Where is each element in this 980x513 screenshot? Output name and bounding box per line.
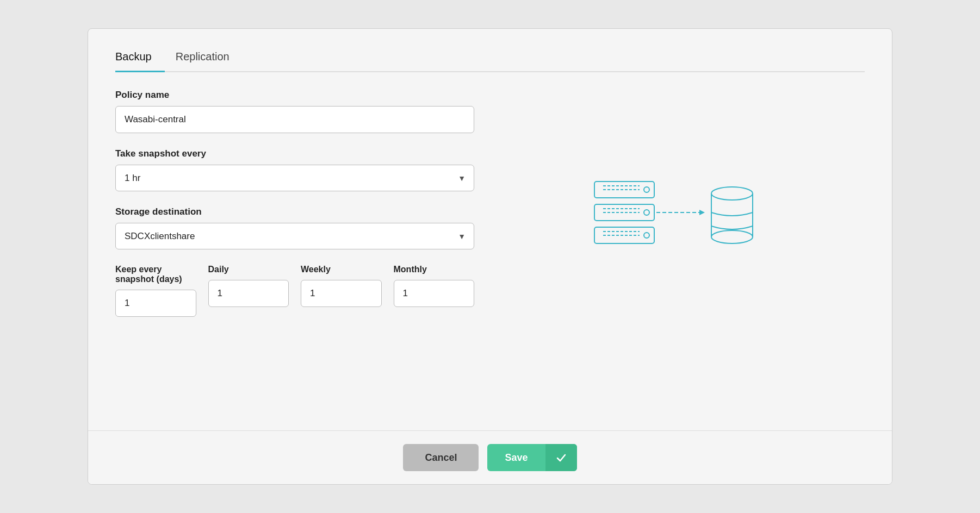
tab-bar: Backup Replication: [115, 45, 865, 72]
retention-weekly-label: Weekly: [301, 265, 382, 274]
retention-group: Keep every snapshot (days) Daily Weekly: [115, 265, 474, 317]
modal-container: Backup Replication Policy name Take snap…: [88, 28, 892, 485]
policy-name-group: Policy name: [115, 90, 474, 133]
modal-body: Backup Replication Policy name Take snap…: [88, 29, 892, 430]
retention-monthly-input[interactable]: [394, 280, 475, 307]
storage-select[interactable]: SDCXclientshare: [115, 223, 474, 249]
retention-every-col: Keep every snapshot (days): [115, 265, 196, 317]
replication-diagram: [593, 177, 778, 264]
cancel-button[interactable]: Cancel: [403, 444, 479, 471]
retention-weekly-input[interactable]: [301, 280, 382, 307]
svg-point-18: [711, 230, 753, 243]
db-illustration: [593, 177, 778, 266]
form-section: Policy name Take snapshot every 1 hr 2 h…: [115, 90, 865, 332]
checkmark-icon: [555, 452, 567, 464]
form-right: [507, 90, 865, 332]
form-left: Policy name Take snapshot every 1 hr 2 h…: [115, 90, 474, 332]
retention-daily-col: Daily: [208, 265, 289, 317]
svg-point-14: [711, 187, 753, 200]
svg-point-11: [644, 233, 649, 238]
retention-row: Keep every snapshot (days) Daily Weekly: [115, 265, 474, 317]
tab-backup[interactable]: Backup: [115, 45, 165, 72]
retention-monthly-col: Monthly: [394, 265, 475, 317]
snapshot-select-wrapper: 1 hr 2 hr 4 hr 8 hr 12 hr 24 hr ▼: [115, 165, 474, 191]
save-button-label: Save: [487, 445, 545, 471]
policy-name-label: Policy name: [115, 90, 474, 101]
svg-point-3: [644, 187, 649, 192]
storage-group: Storage destination SDCXclientshare ▼: [115, 207, 474, 249]
policy-name-input[interactable]: [115, 106, 474, 133]
snapshot-group: Take snapshot every 1 hr 2 hr 4 hr 8 hr …: [115, 148, 474, 191]
tab-replication[interactable]: Replication: [176, 45, 243, 72]
retention-weekly-col: Weekly: [301, 265, 382, 317]
retention-monthly-label: Monthly: [394, 265, 475, 274]
svg-marker-13: [699, 210, 705, 215]
save-check-icon: [545, 444, 577, 471]
storage-select-wrapper: SDCXclientshare ▼: [115, 223, 474, 249]
retention-daily-label: Daily: [208, 265, 289, 274]
svg-point-7: [644, 210, 649, 215]
retention-every-label: Keep every snapshot (days): [115, 265, 196, 284]
snapshot-select[interactable]: 1 hr 2 hr 4 hr 8 hr 12 hr 24 hr: [115, 165, 474, 191]
retention-daily-input[interactable]: [208, 280, 289, 307]
retention-every-input[interactable]: [115, 290, 196, 317]
save-button[interactable]: Save: [487, 444, 576, 471]
storage-label: Storage destination: [115, 207, 474, 217]
modal-footer: Cancel Save: [88, 430, 892, 484]
snapshot-label: Take snapshot every: [115, 148, 474, 159]
